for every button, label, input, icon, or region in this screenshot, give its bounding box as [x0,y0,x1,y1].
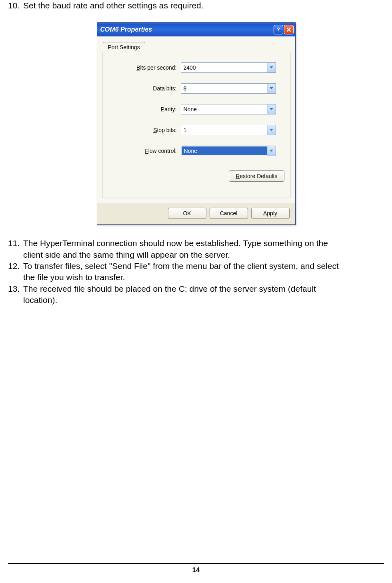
field-data-bits: Data bits: 8 [108,83,284,94]
page-number: 14 [8,566,384,574]
titlebar-buttons: ? [274,25,294,34]
close-button[interactable] [284,25,294,34]
combo-stop-bits[interactable]: 1 [181,125,276,135]
combo-parity[interactable]: None [181,104,276,114]
step-10: 10.Set the baud rate and other settings … [8,0,384,11]
chevron-down-icon[interactable] [267,125,276,135]
combo-value: None [182,146,267,155]
chevron-down-icon[interactable] [267,84,276,93]
step-text: To transfer files, select "Send File" fr… [23,261,339,270]
help-button[interactable]: ? [274,25,283,34]
chevron-down-icon[interactable] [267,146,276,156]
label-flow-control: Flow control: [108,148,181,154]
label-data-bits: Data bits: [108,85,181,92]
combo-value: None [181,104,267,114]
step-text: The HyperTerminal connection should now … [23,238,328,248]
dialog-figure: COM6 Properties ? Port Settings Bits per… [8,22,384,225]
step-11-cont: client side and the same thing will appe… [8,249,384,260]
combo-value: 1 [181,125,267,135]
step-text: Set the baud rate and other settings as … [23,1,204,10]
label-bits-per-second: Bits per second: [108,64,181,71]
svg-text:?: ? [277,27,280,32]
step-13: 13.The received file should be placed on… [8,283,384,295]
page-footer: 14 [8,563,384,574]
dialog-body: Port Settings Bits per second: 2400 Data… [97,36,295,203]
field-stop-bits: Stop bits: 1 [108,125,284,135]
apply-button[interactable]: Apply [251,208,290,219]
step-number: 11. [8,238,23,249]
chevron-down-icon[interactable] [267,104,276,114]
cancel-button[interactable]: Cancel [210,208,248,219]
footer-rule [8,563,384,564]
com-properties-dialog: COM6 Properties ? Port Settings Bits per… [97,22,296,225]
combo-value: 2400 [181,63,267,72]
combo-value: 8 [181,84,267,93]
step-number: 13. [8,283,23,295]
label-stop-bits: Stop bits: [108,127,181,133]
restore-defaults-row: Restore Defaults [108,170,284,182]
titlebar: COM6 Properties ? [97,23,295,36]
step-13-cont: location). [8,295,384,306]
label-parity: Parity: [108,106,181,112]
chevron-down-icon[interactable] [267,63,276,72]
combo-flow-control[interactable]: None [181,146,276,156]
combo-data-bits[interactable]: 8 [181,83,276,94]
dialog-action-buttons: OK Cancel Apply [97,203,295,224]
field-parity: Parity: None [108,104,284,114]
window-title: COM6 Properties [100,26,274,33]
field-flow-control: Flow control: None [108,146,284,156]
tab-port-settings[interactable]: Port Settings [103,42,145,52]
tab-panel: Bits per second: 2400 Data bits: 8 Parit… [102,52,290,198]
restore-defaults-button[interactable]: Restore Defaults [229,170,284,182]
step-12-cont: the file you wish to transfer. [8,272,384,283]
step-11: 11.The HyperTerminal connection should n… [8,238,384,249]
field-bits-per-second: Bits per second: 2400 [108,62,284,73]
step-12: 12.To transfer files, select "Send File"… [8,260,384,272]
step-number: 10. [8,0,23,11]
step-text: The received file should be placed on th… [23,284,316,293]
combo-bits-per-second[interactable]: 2400 [181,62,276,73]
step-number: 12. [8,260,23,272]
ok-button[interactable]: OK [168,208,206,219]
